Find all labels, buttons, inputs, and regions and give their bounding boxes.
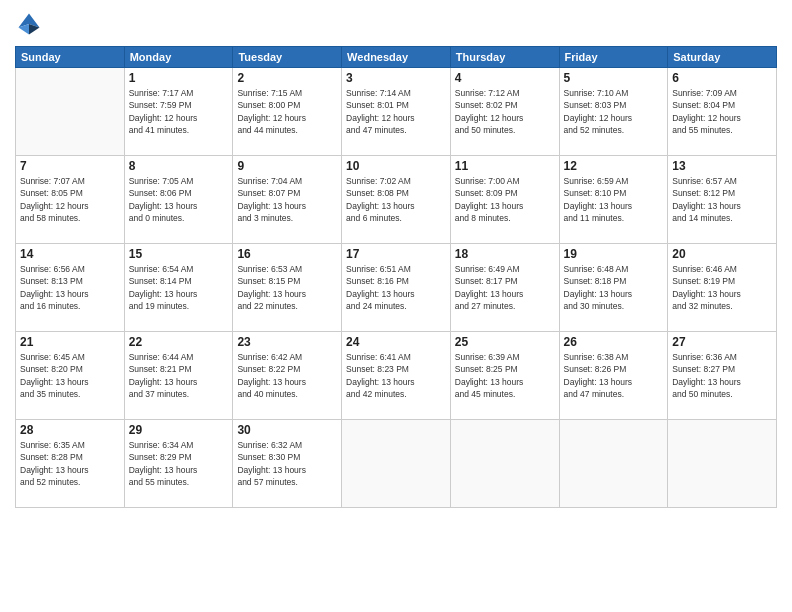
calendar-cell: 6Sunrise: 7:09 AMSunset: 8:04 PMDaylight… bbox=[668, 68, 777, 156]
day-info: Sunrise: 7:00 AMSunset: 8:09 PMDaylight:… bbox=[455, 175, 555, 224]
weekday-sunday: Sunday bbox=[16, 47, 125, 68]
day-info: Sunrise: 7:14 AMSunset: 8:01 PMDaylight:… bbox=[346, 87, 446, 136]
day-info: Sunrise: 6:32 AMSunset: 8:30 PMDaylight:… bbox=[237, 439, 337, 488]
weekday-saturday: Saturday bbox=[668, 47, 777, 68]
calendar-week-5: 28Sunrise: 6:35 AMSunset: 8:28 PMDayligh… bbox=[16, 420, 777, 508]
day-number: 13 bbox=[672, 159, 772, 173]
day-info: Sunrise: 6:46 AMSunset: 8:19 PMDaylight:… bbox=[672, 263, 772, 312]
day-number: 26 bbox=[564, 335, 664, 349]
calendar-cell: 20Sunrise: 6:46 AMSunset: 8:19 PMDayligh… bbox=[668, 244, 777, 332]
calendar-cell: 26Sunrise: 6:38 AMSunset: 8:26 PMDayligh… bbox=[559, 332, 668, 420]
calendar-cell: 23Sunrise: 6:42 AMSunset: 8:22 PMDayligh… bbox=[233, 332, 342, 420]
day-info: Sunrise: 7:17 AMSunset: 7:59 PMDaylight:… bbox=[129, 87, 229, 136]
calendar-cell: 9Sunrise: 7:04 AMSunset: 8:07 PMDaylight… bbox=[233, 156, 342, 244]
day-info: Sunrise: 6:51 AMSunset: 8:16 PMDaylight:… bbox=[346, 263, 446, 312]
day-number: 9 bbox=[237, 159, 337, 173]
day-info: Sunrise: 6:34 AMSunset: 8:29 PMDaylight:… bbox=[129, 439, 229, 488]
day-info: Sunrise: 6:42 AMSunset: 8:22 PMDaylight:… bbox=[237, 351, 337, 400]
day-number: 29 bbox=[129, 423, 229, 437]
day-info: Sunrise: 7:15 AMSunset: 8:00 PMDaylight:… bbox=[237, 87, 337, 136]
day-number: 11 bbox=[455, 159, 555, 173]
calendar-cell: 29Sunrise: 6:34 AMSunset: 8:29 PMDayligh… bbox=[124, 420, 233, 508]
calendar-cell: 22Sunrise: 6:44 AMSunset: 8:21 PMDayligh… bbox=[124, 332, 233, 420]
calendar-cell: 27Sunrise: 6:36 AMSunset: 8:27 PMDayligh… bbox=[668, 332, 777, 420]
day-number: 30 bbox=[237, 423, 337, 437]
calendar-cell bbox=[450, 420, 559, 508]
day-number: 14 bbox=[20, 247, 120, 261]
calendar-cell: 19Sunrise: 6:48 AMSunset: 8:18 PMDayligh… bbox=[559, 244, 668, 332]
day-info: Sunrise: 7:09 AMSunset: 8:04 PMDaylight:… bbox=[672, 87, 772, 136]
day-info: Sunrise: 6:49 AMSunset: 8:17 PMDaylight:… bbox=[455, 263, 555, 312]
day-number: 17 bbox=[346, 247, 446, 261]
calendar-cell: 13Sunrise: 6:57 AMSunset: 8:12 PMDayligh… bbox=[668, 156, 777, 244]
day-info: Sunrise: 7:04 AMSunset: 8:07 PMDaylight:… bbox=[237, 175, 337, 224]
header bbox=[15, 10, 777, 38]
day-info: Sunrise: 6:53 AMSunset: 8:15 PMDaylight:… bbox=[237, 263, 337, 312]
day-number: 8 bbox=[129, 159, 229, 173]
calendar-cell: 3Sunrise: 7:14 AMSunset: 8:01 PMDaylight… bbox=[342, 68, 451, 156]
day-number: 5 bbox=[564, 71, 664, 85]
day-info: Sunrise: 7:05 AMSunset: 8:06 PMDaylight:… bbox=[129, 175, 229, 224]
day-number: 15 bbox=[129, 247, 229, 261]
calendar-cell: 16Sunrise: 6:53 AMSunset: 8:15 PMDayligh… bbox=[233, 244, 342, 332]
day-info: Sunrise: 6:59 AMSunset: 8:10 PMDaylight:… bbox=[564, 175, 664, 224]
day-number: 12 bbox=[564, 159, 664, 173]
calendar-cell: 2Sunrise: 7:15 AMSunset: 8:00 PMDaylight… bbox=[233, 68, 342, 156]
day-info: Sunrise: 6:36 AMSunset: 8:27 PMDaylight:… bbox=[672, 351, 772, 400]
day-number: 22 bbox=[129, 335, 229, 349]
weekday-friday: Friday bbox=[559, 47, 668, 68]
weekday-wednesday: Wednesday bbox=[342, 47, 451, 68]
day-number: 27 bbox=[672, 335, 772, 349]
calendar-week-1: 1Sunrise: 7:17 AMSunset: 7:59 PMDaylight… bbox=[16, 68, 777, 156]
day-info: Sunrise: 6:57 AMSunset: 8:12 PMDaylight:… bbox=[672, 175, 772, 224]
calendar-cell bbox=[559, 420, 668, 508]
calendar-cell: 25Sunrise: 6:39 AMSunset: 8:25 PMDayligh… bbox=[450, 332, 559, 420]
day-number: 18 bbox=[455, 247, 555, 261]
calendar-cell: 18Sunrise: 6:49 AMSunset: 8:17 PMDayligh… bbox=[450, 244, 559, 332]
weekday-header-row: SundayMondayTuesdayWednesdayThursdayFrid… bbox=[16, 47, 777, 68]
day-info: Sunrise: 7:10 AMSunset: 8:03 PMDaylight:… bbox=[564, 87, 664, 136]
calendar-cell: 12Sunrise: 6:59 AMSunset: 8:10 PMDayligh… bbox=[559, 156, 668, 244]
day-info: Sunrise: 6:39 AMSunset: 8:25 PMDaylight:… bbox=[455, 351, 555, 400]
day-info: Sunrise: 6:48 AMSunset: 8:18 PMDaylight:… bbox=[564, 263, 664, 312]
calendar-cell: 21Sunrise: 6:45 AMSunset: 8:20 PMDayligh… bbox=[16, 332, 125, 420]
calendar-cell: 24Sunrise: 6:41 AMSunset: 8:23 PMDayligh… bbox=[342, 332, 451, 420]
day-number: 7 bbox=[20, 159, 120, 173]
calendar-cell: 1Sunrise: 7:17 AMSunset: 7:59 PMDaylight… bbox=[124, 68, 233, 156]
calendar-cell: 17Sunrise: 6:51 AMSunset: 8:16 PMDayligh… bbox=[342, 244, 451, 332]
day-number: 4 bbox=[455, 71, 555, 85]
logo bbox=[15, 10, 47, 38]
day-number: 10 bbox=[346, 159, 446, 173]
day-number: 6 bbox=[672, 71, 772, 85]
weekday-tuesday: Tuesday bbox=[233, 47, 342, 68]
logo-icon bbox=[15, 10, 43, 38]
calendar-cell bbox=[668, 420, 777, 508]
day-number: 16 bbox=[237, 247, 337, 261]
day-info: Sunrise: 6:45 AMSunset: 8:20 PMDaylight:… bbox=[20, 351, 120, 400]
day-info: Sunrise: 6:56 AMSunset: 8:13 PMDaylight:… bbox=[20, 263, 120, 312]
page: SundayMondayTuesdayWednesdayThursdayFrid… bbox=[0, 0, 792, 612]
day-info: Sunrise: 6:38 AMSunset: 8:26 PMDaylight:… bbox=[564, 351, 664, 400]
calendar-week-3: 14Sunrise: 6:56 AMSunset: 8:13 PMDayligh… bbox=[16, 244, 777, 332]
day-info: Sunrise: 7:07 AMSunset: 8:05 PMDaylight:… bbox=[20, 175, 120, 224]
day-number: 23 bbox=[237, 335, 337, 349]
day-number: 20 bbox=[672, 247, 772, 261]
day-number: 21 bbox=[20, 335, 120, 349]
calendar-cell: 11Sunrise: 7:00 AMSunset: 8:09 PMDayligh… bbox=[450, 156, 559, 244]
calendar-cell: 28Sunrise: 6:35 AMSunset: 8:28 PMDayligh… bbox=[16, 420, 125, 508]
day-number: 1 bbox=[129, 71, 229, 85]
calendar-cell: 5Sunrise: 7:10 AMSunset: 8:03 PMDaylight… bbox=[559, 68, 668, 156]
calendar-cell: 30Sunrise: 6:32 AMSunset: 8:30 PMDayligh… bbox=[233, 420, 342, 508]
day-info: Sunrise: 6:44 AMSunset: 8:21 PMDaylight:… bbox=[129, 351, 229, 400]
calendar-cell: 15Sunrise: 6:54 AMSunset: 8:14 PMDayligh… bbox=[124, 244, 233, 332]
day-info: Sunrise: 6:41 AMSunset: 8:23 PMDaylight:… bbox=[346, 351, 446, 400]
calendar-cell bbox=[342, 420, 451, 508]
calendar-cell: 7Sunrise: 7:07 AMSunset: 8:05 PMDaylight… bbox=[16, 156, 125, 244]
day-number: 19 bbox=[564, 247, 664, 261]
day-info: Sunrise: 6:54 AMSunset: 8:14 PMDaylight:… bbox=[129, 263, 229, 312]
day-number: 24 bbox=[346, 335, 446, 349]
day-number: 28 bbox=[20, 423, 120, 437]
day-number: 3 bbox=[346, 71, 446, 85]
calendar-cell: 8Sunrise: 7:05 AMSunset: 8:06 PMDaylight… bbox=[124, 156, 233, 244]
calendar-cell: 4Sunrise: 7:12 AMSunset: 8:02 PMDaylight… bbox=[450, 68, 559, 156]
